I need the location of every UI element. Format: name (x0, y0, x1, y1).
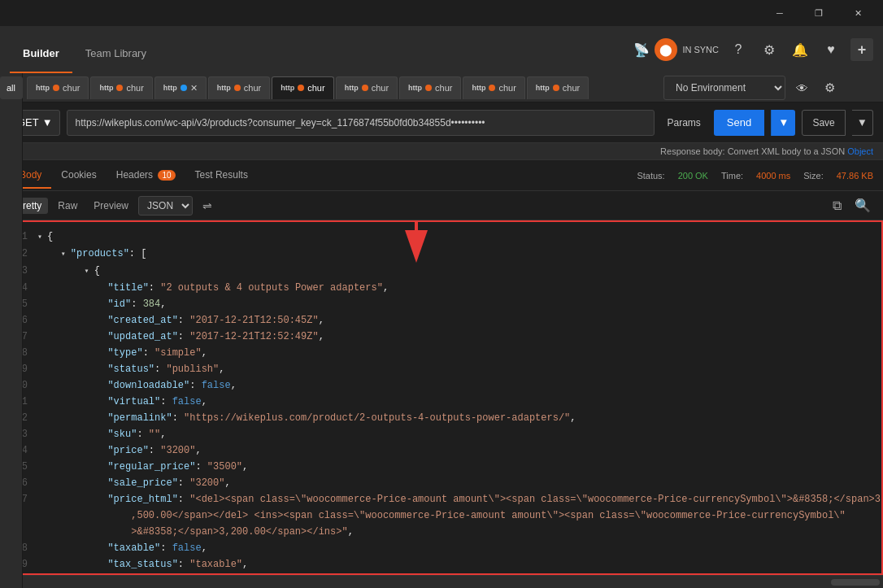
notice-banner: Response body: Convert XML body to a JSO… (0, 143, 883, 160)
tab-item-3[interactable]: http ✕ (154, 76, 207, 99)
main-tabs: Builder Team Library (10, 26, 633, 73)
json-line-14: 14 "price": "3200", (2, 442, 881, 459)
time-label: Time: (721, 171, 743, 181)
status-value: 200 OK (678, 171, 708, 181)
json-body[interactable]: 1 ▾ { 2 ▾ "products": [ 3 ▾ { 4 "title":… (0, 220, 883, 575)
resp-tab-cookies[interactable]: Cookies (51, 163, 106, 189)
minimize-button[interactable]: ─ (761, 0, 798, 26)
tab-item-2[interactable]: http chur (90, 76, 152, 99)
json-line-18: 18 "taxable": false, (2, 540, 881, 556)
format-select[interactable]: JSON XML HTML Text (138, 196, 193, 216)
request-bar: GET ▼ Params Send ▼ Save ▼ (0, 102, 883, 143)
save-dropdown-button[interactable]: ▼ (852, 110, 873, 136)
dot-5 (298, 85, 304, 91)
response-tabs: Body Cookies Headers 10 Test Results Sta… (0, 160, 883, 191)
json-line-3: 3 ▾ { (2, 263, 881, 280)
json-line-6: 6 "created_at": "2017-12-21T12:50:45Z", (2, 312, 881, 329)
sync-icon: ⬤ (655, 38, 677, 61)
json-line-15: 15 "regular_price": "3500", (2, 459, 881, 475)
sidebar-icon[interactable]: all (0, 76, 23, 99)
tab-team-library[interactable]: Team Library (72, 34, 159, 73)
settings-icon-btn[interactable]: ⚙ (758, 38, 781, 61)
json-line-19: 19 "tax_status": "taxable", (2, 556, 881, 573)
json-line-7: 7 "updated_at": "2017-12-21T12:52:49Z", (2, 329, 881, 345)
tab-item-1[interactable]: http chur (27, 76, 89, 99)
json-line-10: 10 "downloadable": false, (2, 377, 881, 394)
send-dropdown-button[interactable]: ▼ (771, 110, 795, 136)
notice-link[interactable]: Object (847, 146, 873, 156)
params-button[interactable]: Params (661, 114, 707, 132)
bottom-bar (0, 575, 883, 588)
title-bar: ─ ❐ ✕ (0, 0, 883, 26)
tab-item-9[interactable]: http chur (527, 76, 589, 99)
json-line-5: 5 "id": 384, (2, 296, 881, 312)
env-selector-area: No Environment 👁 ⚙ (663, 76, 841, 100)
json-line-9: 9 "status": "publish", (2, 361, 881, 377)
heart-icon-btn[interactable]: ♥ (820, 38, 842, 61)
save-button[interactable]: Save (802, 110, 845, 136)
sync-area: 📡 ⬤ IN SYNC (633, 38, 719, 61)
fmt-icons: ⧉ 🔍 (826, 195, 873, 216)
tab-item-7[interactable]: http chur (399, 76, 461, 99)
method-dropdown-icon: ▼ (42, 116, 53, 128)
json-line-16: 16 "sale_price": "3200", (2, 475, 881, 491)
json-line-2: 2 ▾ "products": [ (2, 246, 881, 263)
json-line-13: 13 "sku": "", (2, 426, 881, 442)
json-line-8: 8 "type": "simple", (2, 345, 881, 361)
notice-text: Response body: Convert XML body to a JSO… (660, 146, 847, 156)
resp-tab-headers[interactable]: Headers 10 (107, 163, 185, 189)
dot-2 (116, 85, 123, 91)
preview-button[interactable]: Preview (87, 198, 135, 214)
json-line-4: 4 "title": "2 outputs & 4 outputs Power … (2, 280, 881, 296)
content-area: Response body: Convert XML body to a JSO… (0, 143, 883, 588)
json-line-12: 12 "permalink": "https://wikeplus.com/pr… (2, 410, 881, 426)
headers-count-badge: 10 (158, 170, 175, 181)
send-button[interactable]: Send (714, 110, 764, 136)
notifications-icon-btn[interactable]: 🔔 (789, 38, 811, 61)
json-line-17a: 17 "price_html": "<del><span class=\"woo… (2, 491, 881, 507)
tab-item-4[interactable]: http chur (208, 76, 270, 99)
dot-8 (489, 85, 495, 91)
eye-icon-btn[interactable]: 👁 (790, 76, 813, 99)
satellite-icon: 📡 (633, 42, 650, 58)
dot-9 (553, 85, 559, 91)
dot-3 (181, 85, 187, 91)
dot-7 (425, 85, 432, 91)
toolbar-right: 📡 ⬤ IN SYNC ? ⚙ 🔔 ♥ + (633, 38, 873, 61)
json-line-20: 20 "tax_class": "", (2, 573, 881, 575)
tab-item-8[interactable]: http chur (463, 76, 524, 99)
copy-icon-btn[interactable]: ⧉ (826, 195, 847, 216)
close-button[interactable]: ✕ (839, 0, 876, 26)
restore-button[interactable]: ❐ (800, 0, 837, 26)
bottom-scrollbar[interactable] (831, 579, 880, 586)
resp-tab-test-results[interactable]: Test Results (185, 163, 258, 189)
dot-4 (234, 85, 241, 91)
wrap-icon-btn[interactable]: ⇌ (196, 197, 219, 215)
search-icon-btn[interactable]: 🔍 (852, 195, 873, 216)
gear-icon-btn[interactable]: ⚙ (818, 76, 841, 99)
json-line-11: 11 "virtual": false, (2, 394, 881, 410)
size-label: Size: (803, 171, 823, 181)
time-value: 4000 ms (756, 171, 790, 181)
sidebar: all (0, 73, 23, 588)
sync-label: IN SYNC (682, 45, 719, 54)
status-label: Status: (637, 171, 664, 181)
tab-item-5[interactable]: http chur (272, 76, 333, 99)
add-icon-btn[interactable]: + (850, 38, 873, 61)
dot-6 (362, 85, 368, 91)
main-toolbar: Builder Team Library 📡 ⬤ IN SYNC ? ⚙ 🔔 ♥… (0, 26, 883, 73)
help-icon-btn[interactable]: ? (727, 38, 750, 61)
size-value: 47.86 KB (837, 171, 873, 181)
json-line-17c: >&#8358;</span>3,200.00</span></ins>", (2, 524, 881, 540)
response-status: Status: 200 OK Time: 4000 ms Size: 47.86… (637, 171, 873, 181)
dot-1 (53, 85, 59, 91)
json-line-1: 1 ▾ { (2, 229, 881, 246)
url-input[interactable] (67, 110, 655, 136)
format-bar: Pretty Raw Preview JSON XML HTML Text ⇌ … (0, 191, 883, 220)
tab-builder[interactable]: Builder (10, 34, 72, 73)
environment-select[interactable]: No Environment (663, 76, 785, 100)
json-line-17b: ,500.00</span></del> <ins><span class=\"… (2, 507, 881, 524)
tab-item-6[interactable]: http chur (336, 76, 398, 99)
raw-button[interactable]: Raw (51, 198, 84, 214)
